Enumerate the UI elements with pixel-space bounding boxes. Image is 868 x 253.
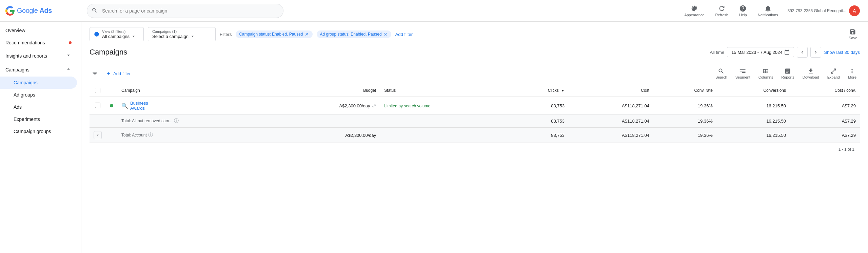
notifications-button[interactable]: Notifications	[754, 3, 782, 19]
campaign-select-value: Select a campaign	[152, 34, 189, 39]
row-checkbox-cell[interactable]	[90, 97, 106, 114]
sidebar-item-label: Overview	[5, 28, 25, 33]
columns-label: Columns	[758, 75, 773, 79]
campaign-status-chip[interactable]: Campaign status: Enabled, Paused	[236, 30, 312, 38]
cost-conv-column-header[interactable]: Cost / conv.	[790, 84, 860, 97]
sidebar-item-overview[interactable]: Overview	[0, 24, 77, 37]
notifications-icon	[764, 5, 772, 12]
sort-descending-icon: ▼	[561, 89, 565, 92]
date-range-picker[interactable]: 15 Mar 2023 - 7 Aug 2024	[727, 47, 794, 57]
cost-column-header[interactable]: Cost	[569, 84, 653, 97]
campaign-type-icon: 🔍	[121, 103, 128, 109]
chevron-down-icon	[95, 133, 100, 138]
expand-account-button[interactable]	[94, 131, 102, 139]
logo-area: Google Ads	[5, 6, 87, 16]
sidebar-item-campaign-groups[interactable]: Campaign groups	[0, 125, 77, 138]
filters-label[interactable]: Filters	[220, 32, 232, 37]
clicks-column-header[interactable]: Clicks ▼	[510, 84, 569, 97]
ad-group-status-chip[interactable]: Ad group status: Enabled, Paused	[317, 30, 391, 38]
filter-bar: View (2 filters) All campaigns Campaigns…	[90, 27, 860, 41]
download-label: Download	[803, 75, 819, 79]
save-button[interactable]: Save	[846, 27, 860, 41]
campaign-select[interactable]: Campaigns (1) Select a campaign	[148, 27, 216, 41]
sidebar-item-recommendations[interactable]: Recommendations	[0, 37, 77, 49]
conv-rate-column-header[interactable]: Conv. rate	[653, 84, 717, 97]
chevron-down-icon	[131, 34, 136, 39]
columns-button[interactable]: Columns	[755, 66, 776, 81]
budget-column-header[interactable]: Budget	[273, 84, 380, 97]
expand-button[interactable]: Expand	[824, 66, 843, 81]
total-removed-status-cell	[380, 114, 509, 128]
search-input[interactable]	[87, 4, 283, 18]
sidebar-item-campaigns-sub[interactable]: Campaigns	[0, 77, 77, 89]
date-prev-button[interactable]	[797, 47, 808, 58]
add-filter-link[interactable]: Add filter	[395, 32, 413, 37]
appearance-button[interactable]: Appearance	[680, 3, 708, 19]
row-checkbox[interactable]	[95, 103, 100, 108]
expand-label: Expand	[827, 75, 840, 79]
table-row: 🔍 BusinessAwards A$2,300.00/day ☍ Limite…	[90, 97, 860, 114]
expand-icon	[830, 68, 837, 75]
date-range-value: 15 Mar 2023 - 7 Aug 2024	[731, 50, 782, 55]
segment-button[interactable]: Segment	[732, 66, 754, 81]
reports-button[interactable]: Reports	[778, 66, 798, 81]
date-next-button[interactable]	[810, 47, 821, 58]
view-select[interactable]: View (2 filters) All campaigns	[90, 27, 144, 41]
show-last-button[interactable]: Show last 30 days	[824, 50, 860, 55]
avatar: A	[849, 5, 860, 16]
logo-text: Google Ads	[17, 7, 52, 15]
info-icon[interactable]: ⓘ	[148, 132, 153, 138]
conversions-column-header[interactable]: Conversions	[717, 84, 790, 97]
sidebar-item-ads[interactable]: Ads	[0, 101, 77, 113]
refresh-label: Refresh	[715, 13, 728, 17]
download-button[interactable]: Download	[799, 66, 823, 81]
recommendations-badge	[69, 41, 72, 44]
status-limited-text[interactable]: Limited by search volume	[384, 104, 430, 108]
sidebar-item-label: Campaigns	[5, 67, 29, 72]
segment-label: Segment	[735, 75, 750, 79]
sidebar-item-ad-groups[interactable]: Ad groups	[0, 89, 77, 101]
total-removed-conversions-cell: 16,215.50	[717, 114, 790, 128]
cost-cell: A$118,271.04	[569, 97, 653, 114]
filter-icon-button[interactable]	[90, 68, 100, 79]
campaign-name-cell: 🔍 BusinessAwards	[117, 97, 273, 114]
sidebar-item-experiments[interactable]: Experiments	[0, 113, 77, 125]
total-removed-conv-rate-cell: 19.36%	[653, 114, 717, 128]
refresh-button[interactable]: Refresh	[711, 3, 732, 19]
sidebar: Overview Recommendations Insights and re…	[0, 22, 81, 253]
sidebar-item-insights-reports[interactable]: Insights and reports	[0, 49, 77, 63]
sidebar-item-label: Campaign groups	[14, 129, 51, 134]
sidebar-item-label: Experiments	[14, 117, 40, 122]
download-icon	[807, 68, 814, 75]
total-account-conversions-cell: 16,215.50	[717, 128, 790, 143]
info-icon[interactable]: ⓘ	[174, 118, 179, 124]
status-dot-cell	[106, 97, 117, 114]
appearance-label: Appearance	[684, 13, 704, 17]
sidebar-item-label: Recommendations	[5, 40, 45, 45]
cost-conv-cell: A$7.29	[790, 97, 860, 114]
campaign-name-link[interactable]: BusinessAwards	[130, 101, 148, 111]
budget-info-icon[interactable]: ☍	[372, 104, 376, 108]
chevron-down-icon	[190, 34, 195, 39]
help-button[interactable]: Help	[735, 3, 751, 19]
total-account-status-cell	[380, 128, 509, 143]
sidebar-item-campaigns-parent[interactable]: Campaigns	[0, 63, 77, 77]
select-all-checkbox[interactable]	[95, 88, 100, 93]
pagination: 1 - 1 of 1	[90, 143, 860, 156]
account-info[interactable]: 392-793-2356 Global Recognit... A	[785, 5, 863, 16]
view-value: All campaigns	[102, 34, 136, 39]
sidebar-item-label: Insights and reports	[5, 53, 47, 59]
more-button[interactable]: More	[845, 66, 860, 81]
search-icon	[718, 68, 725, 75]
page-header: Campaigns All time 15 Mar 2023 - 7 Aug 2…	[90, 47, 860, 58]
more-label: More	[848, 75, 856, 79]
search-button[interactable]: Search	[712, 66, 731, 81]
status-column-header[interactable]: Status	[380, 84, 509, 97]
add-filter-button[interactable]: Add filter	[102, 69, 135, 78]
status-dot-active	[110, 104, 113, 107]
account-text: 392-793-2356 Global Recognit...	[788, 8, 846, 13]
total-account-clicks-cell: 83,753	[510, 128, 569, 143]
select-all-header[interactable]	[90, 84, 106, 97]
sidebar-item-label: Ads	[14, 104, 22, 110]
campaign-column-header[interactable]: Campaign	[117, 84, 273, 97]
